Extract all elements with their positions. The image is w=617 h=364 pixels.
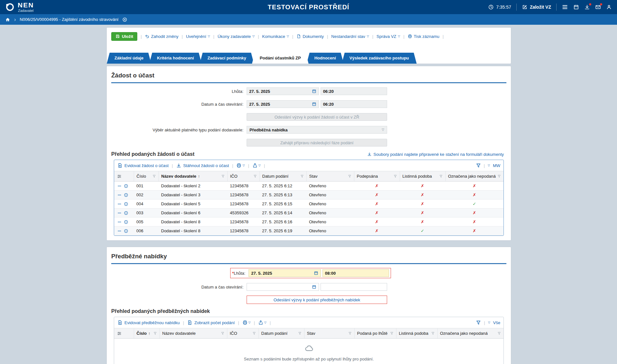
column-oznacena-jako-nepodana[interactable]: Označena jako nepodaná: [445, 171, 504, 182]
nen-logo[interactable]: NEN Zadavatel: [5, 2, 34, 13]
column-filter-icon[interactable]: [439, 174, 443, 178]
column-filter-icon[interactable]: [390, 332, 394, 335]
tab-hodnoceni[interactable]: Hodnocení: [307, 53, 344, 64]
column-filter-icon[interactable]: [431, 332, 435, 335]
show-submission-count-button[interactable]: Zobrazit počet podání: [187, 320, 235, 325]
column-filter-icon[interactable]: [152, 174, 156, 178]
column-cislo[interactable]: Číslo: [134, 171, 159, 182]
calendar-icon[interactable]: [312, 285, 316, 289]
calendar-icon[interactable]: [312, 102, 316, 106]
toolbar-item-documents[interactable]: Dokumenty: [296, 34, 324, 39]
close-record-button[interactable]: [122, 17, 127, 22]
column-settings-header[interactable]: [114, 171, 134, 182]
calendar-icon[interactable]: [314, 271, 318, 275]
tab-zadavaci-podminky[interactable]: Zadávací podmínky: [200, 53, 254, 64]
tab-zakladni-udaje[interactable]: Základní údaje: [107, 53, 151, 64]
column-oznacena-jako-nepodana[interactable]: Označena jako nepodaná: [437, 328, 504, 339]
info-icon[interactable]: [124, 202, 128, 206]
toolbar-item-nonstandard-state[interactable]: Nestandardní stav▽: [331, 34, 369, 39]
column-filter-icon[interactable]: [221, 174, 225, 178]
print-grid-button[interactable]: ▽: [242, 320, 251, 325]
row-actions-icon[interactable]: [117, 211, 122, 215]
column-filter-icon[interactable]: [221, 332, 224, 335]
info-icon[interactable]: [124, 229, 128, 233]
save-button[interactable]: Uložit: [111, 32, 137, 41]
breadcrumb-item[interactable]: N006/25/V00004995 - Zajištění závodního …: [20, 17, 118, 22]
menu-button[interactable]: [562, 4, 568, 10]
row-actions-icon[interactable]: [117, 202, 122, 206]
downloads-button[interactable]: [584, 4, 590, 10]
chevron-down-icon[interactable]: ▽: [488, 164, 490, 167]
info-icon[interactable]: [124, 211, 128, 215]
messages-button[interactable]: [595, 4, 601, 10]
row-actions-icon[interactable]: [117, 220, 122, 224]
send-request-invitation-button[interactable]: Odeslání výzvy k podání žádostí o účast …: [247, 113, 387, 121]
column-settings-icon[interactable]: [117, 174, 122, 179]
column-podana-po-lhute[interactable]: Podaná po lhůtě: [354, 328, 396, 339]
column-datum-podani[interactable]: Datum podání: [259, 328, 304, 339]
column-filter-icon[interactable]: [253, 174, 257, 178]
deadline-time-input[interactable]: 08:00: [322, 269, 389, 277]
column-filter-icon[interactable]: [300, 174, 304, 178]
column-filter-icon[interactable]: [153, 332, 157, 335]
column-stav[interactable]: Stav: [304, 328, 354, 339]
column-filter-icon[interactable]: [497, 332, 501, 335]
column-stav[interactable]: Stav: [306, 171, 354, 182]
column-filter-icon[interactable]: [298, 332, 302, 335]
deadline-date-input[interactable]: 27. 5. 2025: [247, 87, 319, 95]
print-grid-button[interactable]: ▽: [236, 163, 245, 168]
column-ico[interactable]: IČO: [227, 328, 259, 339]
toolbar-item-discard-changes[interactable]: Zahodit změny: [145, 34, 178, 39]
grid-view-label[interactable]: MW: [493, 163, 500, 168]
info-icon[interactable]: [124, 220, 128, 224]
profile-button[interactable]: [606, 4, 612, 10]
column-filter-icon[interactable]: [348, 174, 351, 178]
column-listinna-podoba[interactable]: Listinná podoba: [400, 171, 445, 182]
toolbar-item-publication[interactable]: Uveřejnění▽: [186, 34, 210, 39]
column-filter-icon[interactable]: [348, 332, 352, 335]
column-settings-icon[interactable]: [117, 331, 122, 336]
column-ico[interactable]: IČO: [227, 171, 259, 182]
column-filter-icon[interactable]: [394, 174, 397, 178]
register-request-button[interactable]: Evidovat žádost o účast: [117, 163, 168, 168]
opening-date-input[interactable]: 27. 5. 2025: [247, 100, 319, 108]
toolbar-item-print-record[interactable]: Tisk záznamu: [408, 34, 440, 39]
info-icon[interactable]: [124, 184, 128, 188]
column-nazev-dodavatele[interactable]: Název dodavatele: [159, 328, 227, 339]
export-grid-button[interactable]: ▽: [258, 320, 267, 325]
table-row[interactable]: 002 Dodavatel - školení 3 12345678 27. 5…: [114, 191, 504, 200]
opening-time-input[interactable]: [321, 283, 387, 291]
filter-icon[interactable]: [476, 163, 481, 168]
column-datum-podani[interactable]: Datum podání: [259, 171, 306, 182]
column-cislo[interactable]: Číslo↑: [134, 328, 159, 339]
table-row[interactable]: 005 Dodavatel - školení 8 12345678 27. 5…: [114, 218, 504, 226]
column-podepsana[interactable]: Podepsána: [354, 171, 400, 182]
send-preliminary-invitation-button[interactable]: Odeslání výzvy k podání předběžných nabí…: [247, 296, 387, 304]
chevron-down-icon[interactable]: ▽: [488, 321, 490, 324]
table-row[interactable]: 004 Dodavatel - školení 5 12345678 27. 5…: [114, 200, 504, 209]
deadline-time-input[interactable]: 06:20: [321, 87, 387, 95]
column-listinna-podoba[interactable]: Listinná podoba: [396, 328, 437, 339]
calendar-button[interactable]: [573, 4, 579, 10]
tab-podani-ucastniku-zp[interactable]: Podání účastníků ZP: [252, 53, 309, 64]
table-row[interactable]: 003 Dodavatel - školení 6 45359326 27. 5…: [114, 209, 504, 218]
create-vz-button[interactable]: Založit VZ: [522, 4, 551, 10]
download-requests-button[interactable]: Stáhnout žádosti o účast: [176, 163, 229, 168]
register-preliminary-offer-button[interactable]: Evidovat předběžnou nabídku: [117, 320, 180, 325]
info-icon[interactable]: [124, 193, 128, 197]
row-actions-icon[interactable]: [117, 229, 122, 233]
toolbar-item-communication[interactable]: Komunikace▽: [262, 34, 289, 39]
grid-view-label[interactable]: Vše: [493, 320, 500, 325]
table-row[interactable]: 006 Dodavatel - školení 8 12345678 27. 5…: [114, 226, 504, 235]
opening-date-input[interactable]: [247, 283, 319, 291]
start-next-phase-button[interactable]: Zahájit přípravu následující fáze podání: [247, 139, 387, 146]
toolbar-item-vz-administration[interactable]: Správa VZ▽: [377, 34, 400, 39]
table-row[interactable]: 001 Dodavatel - školení 2 12345678 27. 5…: [114, 182, 504, 191]
submission-files-link[interactable]: Soubory podání najdete připravené ke sta…: [367, 152, 504, 157]
column-settings-header[interactable]: [114, 328, 134, 339]
calendar-icon[interactable]: [312, 89, 316, 93]
row-actions-icon[interactable]: [117, 184, 122, 188]
toolbar-item-contracting-actions[interactable]: Úkony zadavatele▽: [218, 34, 255, 39]
column-filter-icon[interactable]: [252, 332, 256, 335]
submission-type-select[interactable]: Předběžná nabídka ▽: [247, 126, 387, 134]
